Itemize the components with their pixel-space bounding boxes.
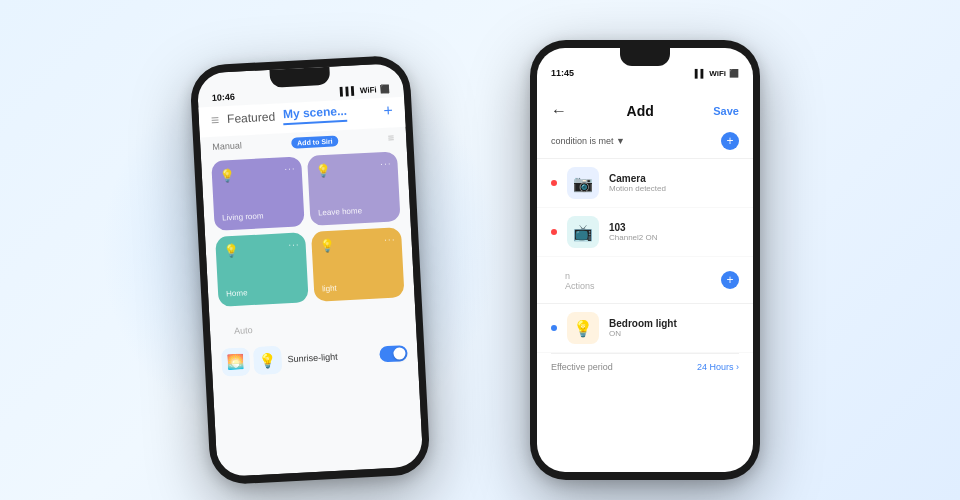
sunrise-icon-2: 💡 <box>253 346 282 375</box>
tv-icon-box: 📺 <box>567 216 599 248</box>
header-title: Add <box>627 103 654 119</box>
battery-right: ⬛ <box>729 69 739 78</box>
scene-card-living[interactable]: ··· 💡 Living room <box>211 156 305 231</box>
sunrise-icon-1: 🌅 <box>221 347 250 376</box>
condition-bar: condition is met ▼ + <box>537 128 753 159</box>
card-icon-4: 💡 <box>319 236 394 254</box>
phone-right: 11:45 ▌▌ WiFi ⬛ ← Add Save condition is … <box>530 40 760 480</box>
tab-featured[interactable]: Featured <box>227 110 276 126</box>
card-label-leave: Leave home <box>318 205 392 218</box>
camera-name: Camera <box>609 173 739 184</box>
camera-icon-box: 📷 <box>567 167 599 199</box>
indicator-103 <box>551 229 557 235</box>
condition-label[interactable]: condition is met ▼ <box>551 136 625 146</box>
time-left: 10:46 <box>212 92 236 103</box>
card-icon-3: 💡 <box>224 241 299 259</box>
card-label-light: light <box>322 281 396 294</box>
scene-cards-grid: ··· 💡 Living room ··· 💡 Leave home ··· 💡… <box>201 147 415 316</box>
card-icon-1: 💡 <box>220 165 295 183</box>
status-icons-left: ▌▌▌ WiFi ⬛ <box>340 84 390 96</box>
tab-plus[interactable]: + <box>383 101 393 119</box>
card-label-home: Home <box>226 286 300 299</box>
camera-status: Motion detected <box>609 184 739 193</box>
tv-status: Channel2 ON <box>609 233 739 242</box>
sunrise-label: Sunrise-light <box>287 350 373 364</box>
phone-left: 10:46 ▌▌▌ WiFi ⬛ ≡ Featured My scene... … <box>189 55 431 486</box>
scene-card-leave[interactable]: ··· 💡 Leave home <box>307 151 401 226</box>
camera-info: Camera Motion detected <box>609 173 739 193</box>
card-dots-2: ··· <box>380 158 392 170</box>
effective-period-value[interactable]: 24 Hours › <box>697 362 739 372</box>
device-row-103[interactable]: 📺 103 Channel2 ON <box>537 208 753 257</box>
signal-right: ▌▌ <box>695 69 706 78</box>
bedroom-info: Bedroom light ON <box>609 318 739 338</box>
add-condition-button[interactable]: + <box>721 132 739 150</box>
scene-card-light[interactable]: ··· 💡 light <box>311 227 405 302</box>
tv-name: 103 <box>609 222 739 233</box>
bedroom-name: Bedroom light <box>609 318 739 329</box>
back-button[interactable]: ← <box>551 102 567 120</box>
save-button[interactable]: Save <box>713 105 739 117</box>
card-icon-2: 💡 <box>315 160 390 178</box>
notch-left <box>269 67 330 88</box>
wifi-right: WiFi <box>709 69 726 78</box>
status-icons-right: ▌▌ WiFi ⬛ <box>695 69 739 78</box>
screen2-content: 11:45 ▌▌ WiFi ⬛ ← Add Save condition is … <box>537 48 753 472</box>
card-dots-1: ··· <box>284 163 296 175</box>
actions-bar: nActions + <box>537 261 753 304</box>
bulb-icon-box: 💡 <box>567 312 599 344</box>
phone-left-screen: 10:46 ▌▌▌ WiFi ⬛ ≡ Featured My scene... … <box>197 63 424 477</box>
indicator-bedroom <box>551 325 557 331</box>
tab-myscenes[interactable]: My scene... <box>283 104 348 125</box>
indicator-camera <box>551 180 557 186</box>
list-icon: ≡ <box>387 131 394 143</box>
card-label-living: Living room <box>222 210 296 223</box>
header-add: ← Add Save <box>537 82 753 128</box>
sunrise-toggle[interactable] <box>379 345 408 362</box>
bottom-row[interactable]: Effective period 24 Hours › <box>537 354 753 380</box>
battery-left: ⬛ <box>379 84 389 94</box>
wifi-left: WiFi <box>360 85 377 95</box>
bedroom-status: ON <box>609 329 739 338</box>
effective-period-label: Effective period <box>551 362 613 372</box>
device-row-bedroom[interactable]: 💡 Bedroom light ON <box>537 304 753 353</box>
scene-card-home[interactable]: ··· 💡 Home <box>215 232 309 307</box>
add-action-button[interactable]: + <box>721 271 739 289</box>
notch-right <box>620 48 670 66</box>
screen1-content: 10:46 ▌▌▌ WiFi ⬛ ≡ Featured My scene... … <box>197 63 424 477</box>
auto-label: Auto <box>222 318 266 340</box>
time-right: 11:45 <box>551 68 574 78</box>
add-to-siri-button[interactable]: Add to Siri <box>291 135 339 148</box>
manual-label: Manual <box>212 140 242 152</box>
phone-right-screen: 11:45 ▌▌ WiFi ⬛ ← Add Save condition is … <box>537 48 753 472</box>
menu-icon[interactable]: ≡ <box>211 112 220 128</box>
device-row-camera[interactable]: 📷 Camera Motion detected <box>537 159 753 208</box>
card-dots-4: ··· <box>384 233 396 245</box>
actions-label: nActions <box>551 265 609 295</box>
sunrise-icons: 🌅 💡 <box>221 346 282 377</box>
tv-info: 103 Channel2 ON <box>609 222 739 242</box>
signal-left: ▌▌▌ <box>340 86 357 96</box>
card-dots-3: ··· <box>288 239 300 251</box>
